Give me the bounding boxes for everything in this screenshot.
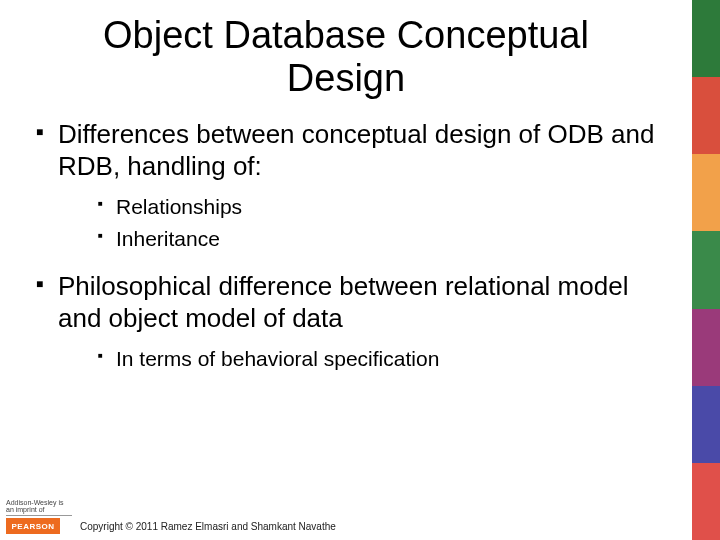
- bullet-text: Differences between conceptual design of…: [58, 119, 654, 181]
- slide-title: Object Database Conceptual Design: [0, 14, 692, 109]
- sub-bullet-text: Relationships: [116, 195, 242, 218]
- sub-bullet-item: Relationships: [98, 193, 662, 221]
- sub-bullet-item: In terms of behavioral specification: [98, 345, 662, 373]
- bullet-text: Philosophical difference between relatio…: [58, 271, 628, 333]
- bullet-item: Differences between conceptual design of…: [36, 119, 662, 253]
- pearson-logo: PEARSON: [6, 518, 60, 534]
- bullet-list: Differences between conceptual design of…: [0, 109, 692, 373]
- sub-bullet-list: Relationships Inheritance: [58, 183, 662, 254]
- decorative-stripe: [692, 0, 720, 540]
- sub-bullet-item: Inheritance: [98, 225, 662, 253]
- publisher-logo: Addison-Wesley is an imprint of PEARSON: [6, 499, 72, 534]
- sub-bullet-list: In terms of behavioral specification: [58, 335, 662, 373]
- sub-bullet-text: In terms of behavioral specification: [116, 347, 439, 370]
- footer: Addison-Wesley is an imprint of PEARSON …: [0, 496, 692, 540]
- sub-bullet-text: Inheritance: [116, 227, 220, 250]
- bullet-item: Philosophical difference between relatio…: [36, 271, 662, 373]
- slide-body: Object Database Conceptual Design Differ…: [0, 0, 692, 540]
- copyright-text: Copyright © 2011 Ramez Elmasri and Shamk…: [80, 521, 336, 532]
- imprint-text: Addison-Wesley is an imprint of: [6, 499, 72, 516]
